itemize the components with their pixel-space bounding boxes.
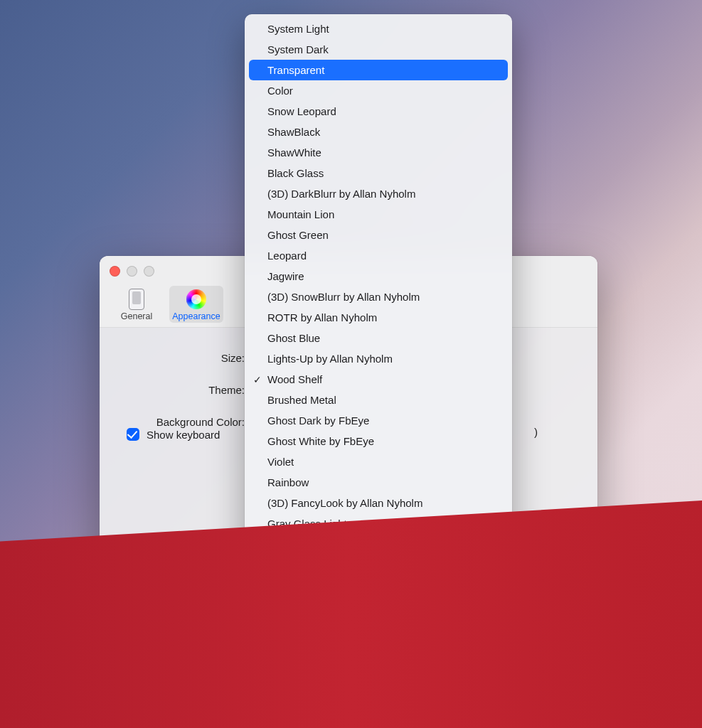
menu-item-label: Plastic — [267, 538, 299, 550]
menu-item[interactable]: Mountain Lion — [249, 204, 508, 225]
tab-appearance[interactable]: Appearance — [169, 286, 223, 323]
menu-item-label: (3D) SnowBlurr by Allan Nyholm — [267, 291, 420, 303]
obscured-text-2: h button — [546, 614, 582, 627]
desktop-wallpaper: General Appearance Size: Theme: Backgrou… — [0, 0, 702, 728]
menu-item-label: Violet — [267, 456, 294, 468]
menu-item[interactable]: (3D) FancyLook by Allan Nyholm — [249, 493, 508, 513]
menu-item-label: Black Glass — [267, 167, 324, 179]
menu-item[interactable]: Violet — [249, 451, 508, 472]
check-icon: ✓ — [253, 374, 262, 385]
window-controls — [110, 266, 154, 277]
appearance-icon — [186, 289, 207, 310]
menu-item-label: Wood Shelf — [267, 373, 322, 385]
menu-item[interactable]: Transparent — [249, 60, 508, 80]
menu-item[interactable]: ShawWhite — [249, 142, 508, 163]
menu-item[interactable]: Snow Leopard — [249, 101, 508, 122]
menu-item-label: Elementary — [267, 559, 321, 571]
menu-item-label: Ghost Blue — [267, 332, 320, 344]
menu-item[interactable]: Frost mini by FbEye — [249, 596, 508, 616]
menu-item[interactable]: Elementary — [249, 555, 508, 575]
menu-item-label: Yosemite Light — [267, 641, 337, 653]
menu-item-label: Jagwire — [267, 270, 304, 282]
menu-item[interactable]: Yosemite Light — [249, 637, 508, 658]
menu-item[interactable]: Ghost Dark by FbEye — [249, 410, 508, 431]
menu-item[interactable]: Lights-Up by Allan Nyholm — [249, 348, 508, 369]
menu-item[interactable]: (3D) DarkBlurr by Allan Nyholm — [249, 183, 508, 204]
menu-item-label: Rainbow — [267, 476, 309, 488]
list-button-label: List — [548, 639, 564, 651]
menu-item-label: Ghost White by FbEye — [267, 435, 374, 447]
show-keyboard-checkbox[interactable] — [127, 428, 139, 441]
label-bgcolor: Background Color: — [117, 416, 250, 428]
menu-item-label: ROTR by Allan Nyholm — [267, 311, 377, 323]
menu-item[interactable]: System Light — [249, 18, 508, 39]
show-keyboard-label: Show keyboard — [147, 429, 220, 441]
label-theme: Theme: — [117, 384, 250, 396]
menu-item-label: (3D) DarkBlurr by Allan Nyholm — [267, 188, 415, 200]
zoom-button[interactable] — [144, 266, 154, 277]
tab-general[interactable]: General — [110, 286, 164, 323]
menu-item[interactable]: Gray Glass Light — [249, 513, 508, 534]
menu-item-label: ShawWhite — [267, 146, 321, 159]
menu-item-label: Mountain Lion — [267, 208, 334, 220]
tab-general-label: General — [111, 311, 162, 321]
menu-item-label: Gray Glass Light — [267, 518, 347, 530]
menu-item[interactable]: Black Glass — [249, 163, 508, 183]
preferences-toolbar: General Appearance — [110, 286, 223, 323]
menu-item-label: System Dark — [267, 43, 329, 55]
menu-item[interactable]: (3D) SnowBlurr by Allan Nyholm — [249, 287, 508, 307]
obscured-text-1: ch Folder ckground r), Folder — [541, 548, 582, 589]
menu-item-label: Black — [267, 579, 294, 592]
minimize-button[interactable] — [127, 266, 137, 277]
menu-item-label: System Light — [267, 23, 329, 35]
menu-item-label: Orange — [267, 621, 303, 633]
menu-item[interactable]: Black — [249, 575, 508, 596]
menu-item[interactable]: Brushed Metal — [249, 390, 508, 410]
menu-item-label: Ghost Green — [267, 229, 329, 241]
menu-item[interactable]: Plastic — [249, 534, 508, 555]
menu-item[interactable]: System Dark — [249, 39, 508, 60]
menu-item-label: ShawBlack — [267, 126, 320, 138]
tab-appearance-label: Appearance — [171, 311, 222, 321]
theme-dropdown-menu[interactable]: System LightSystem DarkTransparentColorS… — [245, 14, 512, 662]
obscured-text-3: ) — [534, 426, 538, 438]
menu-item[interactable]: ✓Wood Shelf — [249, 369, 508, 390]
close-button[interactable] — [110, 266, 120, 277]
menu-item-label: (3D) FancyLook by Allan Nyholm — [267, 497, 422, 509]
menu-item[interactable]: Leopard — [249, 245, 508, 266]
show-keyboard-row[interactable]: Show keyboard — [127, 428, 220, 441]
menu-item-label: Transparent — [267, 64, 324, 76]
label-size: Size: — [117, 352, 250, 364]
menu-item[interactable]: Rainbow — [249, 472, 508, 493]
menu-item[interactable]: ROTR by Allan Nyholm — [249, 307, 508, 328]
menu-item-label: Lights-Up by Allan Nyholm — [267, 353, 393, 365]
menu-item[interactable]: Ghost Blue — [249, 328, 508, 348]
menu-item[interactable]: Ghost White by FbEye — [249, 431, 508, 451]
menu-item[interactable]: Ghost Green — [249, 225, 508, 245]
menu-item-label: Leopard — [267, 250, 307, 262]
menu-item[interactable]: ShawBlack — [249, 122, 508, 142]
general-icon — [126, 289, 147, 310]
menu-item[interactable]: Orange — [249, 616, 508, 637]
menu-item[interactable]: Color — [249, 80, 508, 101]
menu-item-label: Snow Leopard — [267, 105, 336, 117]
menu-item-label: Frost mini by FbEye — [267, 600, 362, 612]
menu-item-label: Color — [267, 85, 293, 97]
list-button[interactable]: List — [536, 635, 576, 654]
menu-item-label: Ghost Dark by FbEye — [267, 414, 369, 427]
menu-item[interactable]: Jagwire — [249, 266, 508, 287]
menu-item-label: Brushed Metal — [267, 394, 336, 406]
